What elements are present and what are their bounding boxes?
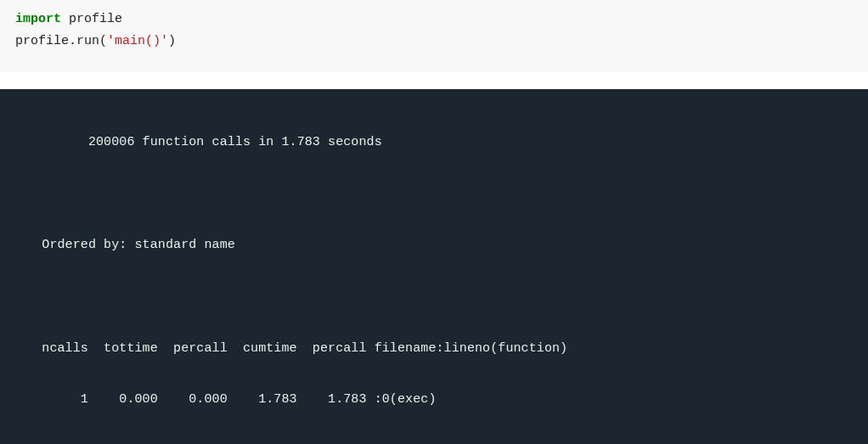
profile-output-block: 200006 function calls in 1.783 seconds O… <box>0 89 868 444</box>
close-paren: ) <box>168 34 176 48</box>
call-object: profile.run <box>15 34 99 48</box>
blank-line <box>19 182 849 207</box>
table-row: 1 0.000 0.000 1.783 1.783 :0(exec) <box>19 387 849 413</box>
module-name: profile <box>61 12 122 26</box>
ordered-by-line: Ordered by: standard name <box>19 233 849 258</box>
table-header: ncalls tottime percall cumtime percall f… <box>19 336 849 362</box>
keyword-import: import <box>15 12 61 26</box>
string-literal: 'main()' <box>107 34 168 48</box>
summary-line: 200006 function calls in 1.783 seconds <box>19 130 849 155</box>
table-row: 1 0.000 0.000 0.000 0.000 :0(setprofile) <box>19 439 849 444</box>
code-input-block: import profile profile.run('main()') <box>0 0 868 72</box>
open-paren: ( <box>99 34 107 48</box>
blank-line <box>19 284 849 310</box>
